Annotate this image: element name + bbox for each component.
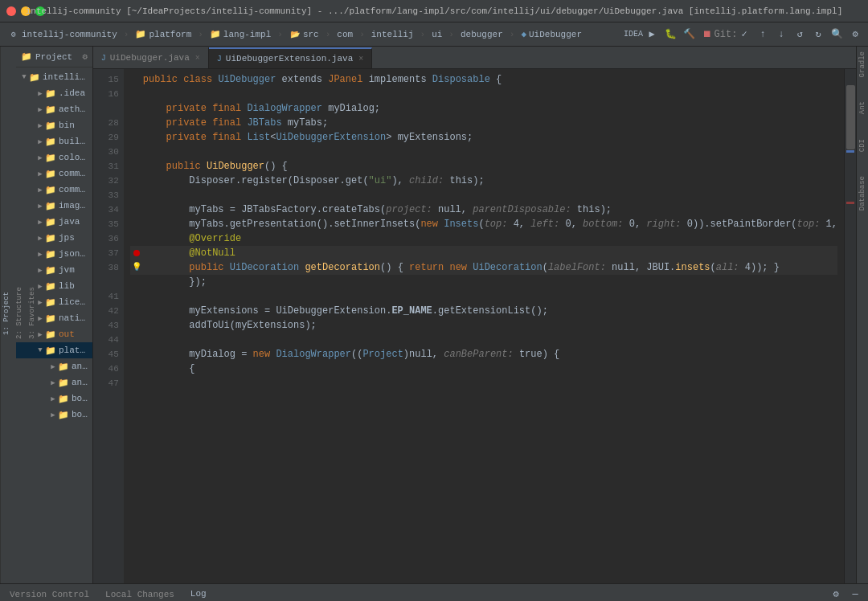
nav-separator-7: ›: [448, 30, 454, 39]
tree-item-aether[interactable]: ▶ 📁 aether-dependency-resolver [intellij…: [16, 101, 92, 117]
nav-lang-impl[interactable]: 📁 lang-impl: [207, 27, 274, 42]
lamp-icon-38[interactable]: 💡: [132, 260, 141, 275]
tree-arrow-aether: ▶: [35, 104, 45, 114]
tab-uidebugger-java[interactable]: J UiDebugger.java ×: [93, 47, 209, 68]
run-button[interactable]: ▶: [644, 27, 660, 43]
git-commit[interactable]: ✓: [736, 27, 752, 43]
tree-item-boot[interactable]: ▶ 📁 boot [intellij.platform.boot]: [16, 390, 92, 407]
tree-label-analysis-api: analysis-api [intellij.platform.analysis…: [72, 362, 89, 371]
tree-arrow-colorschemes: ▶: [35, 153, 45, 162]
nav-ui[interactable]: ui: [428, 28, 445, 41]
tree-item-bin[interactable]: ▶ 📁 bin: [16, 117, 92, 133]
nav-label-root: intellij-community: [22, 30, 117, 39]
tree-item-jvm[interactable]: ▶ 📁 jvm: [16, 262, 92, 278]
editor-scrollbar[interactable]: [844, 69, 856, 583]
folder-icon-boot: 📁: [58, 393, 69, 404]
nav-platform[interactable]: 📁 platform: [132, 27, 194, 42]
debug-button[interactable]: 🐛: [662, 27, 678, 43]
tree-label-community-guitests: community-guitests [intellij.idea.commu.…: [59, 169, 89, 178]
tree-arrow-boot: ▶: [48, 394, 58, 403]
tree-label-community-resources: community-resources [intellij.idea.commu…: [59, 185, 89, 194]
stop-button[interactable]: ⏹: [699, 27, 715, 43]
tree-label-images: images [intellij.platform.images]: [59, 201, 89, 211]
tree-item-json[interactable]: ▶ 📁 json [intellij.json]: [16, 246, 92, 262]
project-icon: 📁: [21, 51, 32, 62]
scroll-thumb[interactable]: [846, 85, 855, 149]
search-button[interactable]: 🔍: [829, 27, 845, 43]
tab-local-changes[interactable]: Local Changes: [100, 585, 179, 602]
folder-icon-build: 📁: [45, 136, 56, 147]
nav-label-src: src: [303, 30, 319, 39]
sidebar-item-project[interactable]: 1: Project: [1, 288, 12, 338]
git-pull[interactable]: ↓: [773, 27, 789, 43]
tab-log[interactable]: Log: [186, 585, 211, 602]
bottom-close-icon[interactable]: —: [847, 587, 863, 602]
project-gear-icon[interactable]: ⚙: [82, 51, 88, 62]
nav-separator-1: ›: [124, 30, 129, 39]
settings-button[interactable]: ⚙: [847, 27, 863, 43]
tree-item-jps[interactable]: ▶ 📁 jps: [16, 230, 92, 246]
gradle-tool-button[interactable]: Gradle: [857, 48, 868, 80]
tree-label-idea: .idea: [59, 88, 85, 98]
tab-close-2[interactable]: ×: [358, 55, 363, 63]
tree-label-jvm: jvm: [59, 265, 75, 275]
tree-item-analysis-api[interactable]: ▶ 📁 analysis-api [intellij.platform.anal…: [16, 358, 92, 374]
tree-label-root: intellij-community [intellij.idea.commun…: [43, 72, 89, 82]
redo-button[interactable]: ↻: [810, 27, 826, 43]
tree-item-java[interactable]: ▶ 📁 java: [16, 214, 92, 230]
code-line-38b: 💡 public UiDecoration getDecoration() { …: [130, 260, 837, 275]
ant-tool-button[interactable]: Ant: [857, 98, 868, 117]
tree-item-platform[interactable]: ▼ 📁 platform: [16, 342, 92, 358]
undo-button[interactable]: ↺: [792, 27, 808, 43]
code-line-36: myTabs.getPresentation().setInnerInsets(…: [130, 217, 837, 231]
tree-arrow-jvm: ▶: [35, 265, 45, 275]
tree-item-community-guitests[interactable]: ▶ 📁 community-guitests [intellij.idea.co…: [16, 166, 92, 182]
nav-src[interactable]: 📂 src: [286, 27, 322, 42]
bottom-panel: Version Control Local Changes Log ⚙ — 🔍 …: [0, 583, 868, 601]
close-button[interactable]: [6, 6, 16, 16]
tree-arrow-json: ▶: [35, 249, 45, 259]
tree-item-images[interactable]: ▶ 📁 images [intellij.platform.images]: [16, 198, 92, 214]
nav-com[interactable]: com: [334, 28, 356, 41]
tree-label-bin: bin: [59, 121, 75, 130]
folder-icon-native: 📁: [45, 313, 56, 324]
cdi-tool-button[interactable]: CDI: [857, 136, 868, 155]
git-label: Git:: [718, 27, 734, 43]
idea-button[interactable]: IDEA: [625, 27, 641, 43]
editor-content: 15 16 28 29 30 31 32 33 34 35 36 37 38 4…: [93, 69, 856, 583]
tab-version-control[interactable]: Version Control: [5, 585, 94, 602]
bottom-settings-icon[interactable]: ⚙: [828, 587, 844, 602]
tree-arrow-community-resources: ▶: [35, 185, 45, 194]
nav-uidebugger[interactable]: ◆ UiDebugger: [518, 27, 585, 41]
tree-item-idea[interactable]: ▶ 📁 .idea: [16, 85, 92, 101]
tree-arrow-bin: ▶: [35, 121, 45, 130]
nav-debugger[interactable]: debugger: [457, 28, 506, 41]
build-button[interactable]: 🔨: [681, 27, 697, 43]
folder-icon-colorschemes: 📁: [45, 152, 56, 163]
scroll-mark-1: [846, 150, 854, 153]
title-bar: intellij-community [~/IdeaProjects/intel…: [0, 0, 868, 22]
tab-close-1[interactable]: ×: [195, 54, 200, 63]
tree-item-build[interactable]: ▶ 📁 build [intellij.idea.community.build…: [16, 133, 92, 149]
sidebar-item-structure[interactable]: 2: Structure: [14, 284, 25, 343]
tree-item-community-resources[interactable]: ▶ 📁 community-resources [intellij.idea.c…: [16, 182, 92, 198]
tree-item-bootstrap[interactable]: ▶ 📁 bootstrap [intellij.platform.bootstr…: [16, 407, 92, 423]
tree-label-analysis-impl: analysis-impl [intellij.platform.analysi…: [72, 378, 89, 387]
folder-icon-lang-impl: 📁: [210, 29, 221, 40]
tab-uidebuggerextension-java[interactable]: J UiDebuggerExtension.java ×: [209, 47, 372, 68]
tree-item-colorschemes[interactable]: ▶ 📁 colorSchemes [intellij.platform.colo…: [16, 149, 92, 166]
git-push[interactable]: ↑: [755, 27, 771, 43]
scroll-error-1: [846, 202, 854, 204]
code-line-43: myExtensions = UiDebuggerExtension.EP_NA…: [130, 304, 837, 318]
nav-intellij-community[interactable]: ⚙ intellij-community: [5, 27, 121, 42]
sidebar-item-favorites[interactable]: 3: Favorites: [27, 284, 38, 343]
database-tool-button[interactable]: Database: [857, 173, 868, 214]
tree-item-root[interactable]: ▼ 📁 intellij-community [intellij.idea.co…: [16, 69, 92, 85]
tree-item-analysis-impl[interactable]: ▶ 📁 analysis-impl [intellij.platform.ana…: [16, 374, 92, 390]
folder-icon-bin: 📁: [45, 120, 56, 131]
code-area[interactable]: public class UiDebugger extends JPanel i…: [124, 69, 844, 583]
nav-intellij[interactable]: intellij: [368, 28, 417, 41]
main-layout: 1: Project 2: Structure 3: Favorites 📁 P…: [0, 47, 868, 583]
tree-label-native: native: [59, 313, 89, 323]
folder-icon-bootstrap: 📁: [58, 409, 69, 420]
